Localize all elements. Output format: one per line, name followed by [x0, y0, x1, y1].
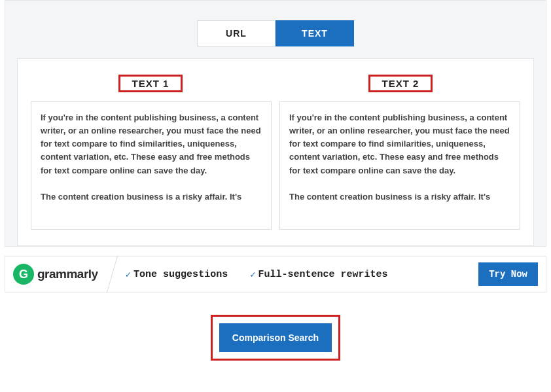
- comparison-search-button[interactable]: Comparison Search: [219, 323, 332, 352]
- try-now-button[interactable]: Try Now: [478, 262, 538, 286]
- grammarly-logo-text: grammarly: [37, 267, 98, 281]
- check-icon: ✓: [126, 269, 131, 280]
- feature-rewrites: ✓ Full-sentence rewrites: [250, 269, 387, 280]
- header-cell-1: TEXT 1: [31, 75, 270, 92]
- grammarly-logo: G grammarly: [13, 264, 98, 285]
- text1-input[interactable]: [31, 101, 272, 230]
- tab-text[interactable]: TEXT: [276, 20, 354, 46]
- text1-label: TEXT 1: [118, 75, 183, 92]
- header-cell-2: TEXT 2: [281, 75, 520, 92]
- text2-input[interactable]: [279, 101, 520, 230]
- action-row: Comparison Search: [5, 315, 546, 361]
- textareas-row: [31, 101, 520, 230]
- feature-rewrites-text: Full-sentence rewrites: [258, 269, 388, 280]
- feature-tone-text: Tone suggestions: [133, 269, 228, 280]
- ad-bar: G grammarly ✓ Tone suggestions ✓ Full-se…: [5, 256, 546, 293]
- feature-tone: ✓ Tone suggestions: [126, 269, 228, 280]
- tab-url[interactable]: URL: [197, 20, 276, 46]
- check-icon: ✓: [250, 269, 255, 280]
- divider: [102, 256, 122, 293]
- grammarly-logo-icon: G: [13, 264, 34, 285]
- action-highlight: Comparison Search: [211, 315, 340, 361]
- headers-row: TEXT 1 TEXT 2: [31, 75, 520, 92]
- tabs-row: URL TEXT: [17, 12, 534, 58]
- content-box: TEXT 1 TEXT 2: [17, 58, 534, 246]
- main-panel: URL TEXT TEXT 1 TEXT 2: [5, 0, 546, 247]
- text2-label: TEXT 2: [368, 75, 433, 92]
